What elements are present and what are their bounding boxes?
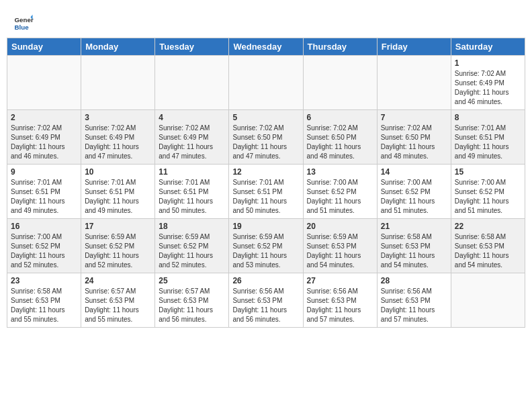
day-number: 11 (159, 167, 225, 177)
calendar-cell: 15Sunrise: 7:00 AMSunset: 6:52 PMDayligh… (451, 165, 525, 219)
calendar-cell: 7Sunrise: 7:02 AMSunset: 6:50 PMDaylight… (377, 110, 451, 165)
calendar-cell: 5Sunrise: 7:02 AMSunset: 6:50 PMDaylight… (229, 110, 303, 165)
calendar-cell: 20Sunrise: 6:59 AMSunset: 6:53 PMDayligh… (303, 219, 377, 273)
day-number: 25 (159, 276, 225, 285)
weekday-header-row: SundayMondayTuesdayWednesdayThursdayFrid… (7, 38, 525, 56)
day-info: Sunrise: 7:01 AMSunset: 6:51 PMDaylight:… (159, 178, 225, 216)
day-number: 3 (85, 113, 151, 122)
calendar-cell: 9Sunrise: 7:01 AMSunset: 6:51 PMDaylight… (7, 165, 81, 219)
day-info: Sunrise: 6:59 AMSunset: 6:53 PMDaylight:… (307, 232, 373, 270)
calendar-cell (7, 56, 81, 110)
calendar-cell: 4Sunrise: 7:02 AMSunset: 6:49 PMDaylight… (155, 110, 229, 165)
day-info: Sunrise: 7:02 AMSunset: 6:50 PMDaylight:… (381, 124, 447, 161)
week-row-2: 2Sunrise: 7:02 AMSunset: 6:49 PMDaylight… (7, 110, 525, 165)
svg-text:Blue: Blue (15, 24, 30, 31)
calendar-cell: 6Sunrise: 7:02 AMSunset: 6:50 PMDaylight… (303, 110, 377, 165)
day-info: Sunrise: 6:56 AMSunset: 6:53 PMDaylight:… (381, 287, 447, 324)
day-number: 23 (11, 276, 77, 285)
day-info: Sunrise: 7:02 AMSunset: 6:49 PMDaylight:… (455, 69, 521, 107)
calendar-cell: 21Sunrise: 6:58 AMSunset: 6:53 PMDayligh… (377, 219, 451, 273)
weekday-header-tuesday: Tuesday (155, 38, 229, 56)
day-number: 4 (159, 113, 225, 122)
day-number: 20 (307, 222, 373, 231)
calendar-cell: 24Sunrise: 6:57 AMSunset: 6:53 PMDayligh… (81, 273, 155, 328)
day-number: 22 (455, 222, 521, 231)
day-info: Sunrise: 6:57 AMSunset: 6:53 PMDaylight:… (85, 287, 151, 324)
day-number: 12 (232, 167, 299, 177)
calendar-cell: 18Sunrise: 6:59 AMSunset: 6:52 PMDayligh… (155, 219, 229, 273)
calendar-cell: 2Sunrise: 7:02 AMSunset: 6:49 PMDaylight… (7, 110, 81, 165)
day-info: Sunrise: 6:59 AMSunset: 6:52 PMDaylight:… (85, 232, 151, 270)
day-info: Sunrise: 7:01 AMSunset: 6:51 PMDaylight:… (232, 178, 299, 216)
logo-icon: General Blue (13, 12, 34, 32)
day-number: 28 (381, 276, 447, 285)
day-number: 9 (11, 167, 77, 177)
calendar-cell: 14Sunrise: 7:00 AMSunset: 6:52 PMDayligh… (377, 165, 451, 219)
day-number: 26 (232, 276, 299, 285)
calendar-cell (229, 56, 303, 110)
calendar-cell (303, 56, 377, 110)
day-number: 14 (381, 167, 447, 177)
calendar-cell: 11Sunrise: 7:01 AMSunset: 6:51 PMDayligh… (155, 165, 229, 219)
weekday-header-saturday: Saturday (451, 38, 525, 56)
calendar-cell: 27Sunrise: 6:56 AMSunset: 6:53 PMDayligh… (303, 273, 377, 328)
weekday-header-wednesday: Wednesday (229, 38, 303, 56)
calendar-cell: 1Sunrise: 7:02 AMSunset: 6:49 PMDaylight… (451, 56, 525, 110)
calendar-cell: 8Sunrise: 7:01 AMSunset: 6:51 PMDaylight… (451, 110, 525, 165)
day-info: Sunrise: 7:01 AMSunset: 6:51 PMDaylight:… (455, 124, 521, 161)
day-info: Sunrise: 7:00 AMSunset: 6:52 PMDaylight:… (455, 178, 521, 216)
day-number: 27 (307, 276, 373, 285)
day-number: 10 (85, 167, 151, 177)
day-number: 17 (85, 222, 151, 231)
day-number: 2 (11, 113, 77, 122)
week-row-1: 1Sunrise: 7:02 AMSunset: 6:49 PMDaylight… (7, 56, 525, 110)
day-info: Sunrise: 6:58 AMSunset: 6:53 PMDaylight:… (381, 232, 447, 270)
day-info: Sunrise: 6:59 AMSunset: 6:52 PMDaylight:… (159, 232, 225, 270)
day-number: 19 (232, 222, 299, 231)
calendar-cell: 23Sunrise: 6:58 AMSunset: 6:53 PMDayligh… (7, 273, 81, 328)
calendar-cell: 22Sunrise: 6:58 AMSunset: 6:53 PMDayligh… (451, 219, 525, 273)
day-info: Sunrise: 6:57 AMSunset: 6:53 PMDaylight:… (159, 287, 225, 324)
day-info: Sunrise: 7:00 AMSunset: 6:52 PMDaylight:… (307, 178, 373, 216)
day-info: Sunrise: 7:02 AMSunset: 6:50 PMDaylight:… (307, 124, 373, 161)
page-header: General Blue (7, 7, 525, 35)
calendar-cell: 10Sunrise: 7:01 AMSunset: 6:51 PMDayligh… (81, 165, 155, 219)
weekday-header-friday: Friday (377, 38, 451, 56)
day-number: 6 (307, 113, 373, 122)
day-number: 16 (11, 222, 77, 231)
logo: General Blue (13, 12, 35, 32)
day-number: 8 (455, 113, 521, 122)
day-number: 18 (159, 222, 225, 231)
day-info: Sunrise: 7:02 AMSunset: 6:50 PMDaylight:… (232, 124, 299, 161)
day-info: Sunrise: 7:00 AMSunset: 6:52 PMDaylight:… (11, 232, 77, 270)
calendar-cell: 25Sunrise: 6:57 AMSunset: 6:53 PMDayligh… (155, 273, 229, 328)
day-number: 1 (455, 58, 521, 68)
day-info: Sunrise: 7:02 AMSunset: 6:49 PMDaylight:… (11, 124, 77, 161)
day-info: Sunrise: 7:02 AMSunset: 6:49 PMDaylight:… (85, 124, 151, 161)
week-row-3: 9Sunrise: 7:01 AMSunset: 6:51 PMDaylight… (7, 165, 525, 219)
day-number: 15 (455, 167, 521, 177)
day-info: Sunrise: 6:58 AMSunset: 6:53 PMDaylight:… (455, 232, 521, 270)
calendar-cell: 16Sunrise: 7:00 AMSunset: 6:52 PMDayligh… (7, 219, 81, 273)
week-row-4: 16Sunrise: 7:00 AMSunset: 6:52 PMDayligh… (7, 219, 525, 273)
calendar-cell (451, 273, 525, 328)
calendar-cell: 26Sunrise: 6:56 AMSunset: 6:53 PMDayligh… (229, 273, 303, 328)
day-info: Sunrise: 6:59 AMSunset: 6:52 PMDaylight:… (232, 232, 299, 270)
day-info: Sunrise: 7:02 AMSunset: 6:49 PMDaylight:… (159, 124, 225, 161)
calendar-cell: 3Sunrise: 7:02 AMSunset: 6:49 PMDaylight… (81, 110, 155, 165)
calendar-cell: 12Sunrise: 7:01 AMSunset: 6:51 PMDayligh… (229, 165, 303, 219)
day-number: 21 (381, 222, 447, 231)
day-info: Sunrise: 7:01 AMSunset: 6:51 PMDaylight:… (11, 178, 77, 216)
weekday-header-sunday: Sunday (7, 38, 81, 56)
day-info: Sunrise: 6:58 AMSunset: 6:53 PMDaylight:… (11, 287, 77, 324)
calendar-cell (377, 56, 451, 110)
calendar-cell (155, 56, 229, 110)
day-number: 24 (85, 276, 151, 285)
week-row-5: 23Sunrise: 6:58 AMSunset: 6:53 PMDayligh… (7, 273, 525, 328)
day-number: 13 (307, 167, 373, 177)
day-number: 5 (232, 113, 299, 122)
calendar-cell: 13Sunrise: 7:00 AMSunset: 6:52 PMDayligh… (303, 165, 377, 219)
calendar-cell: 28Sunrise: 6:56 AMSunset: 6:53 PMDayligh… (377, 273, 451, 328)
day-info: Sunrise: 6:56 AMSunset: 6:53 PMDaylight:… (307, 287, 373, 324)
calendar-cell (81, 56, 155, 110)
